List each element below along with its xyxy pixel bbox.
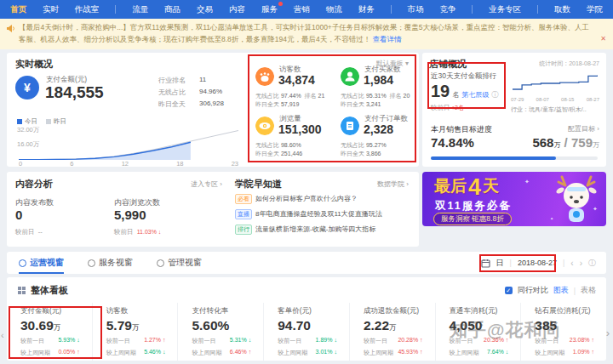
delta-value: 11.03% ↓	[137, 229, 162, 235]
order-icon	[341, 117, 359, 135]
academy-more-link[interactable]: 数据学院 ›	[377, 179, 409, 189]
board-card-ztc-cost[interactable]: 直通车消耗(元) 4,050 较前一日20.36% ↑ 较上周同期7.64% ↓	[435, 303, 521, 361]
academy-item[interactable]: 必看如何分析目标客户喜欢什么内容？	[235, 194, 358, 204]
overall-board-card: 整体看板 ✓ 同行对比 图表 | 表格 支付金额(元) 30.69万 较前一日5…	[7, 277, 606, 361]
nav-divider	[391, 5, 392, 14]
rank-label: 近30天支付金额排行	[431, 71, 496, 82]
academy-item-text: 8年电商直播操盘经验及双11大促直播玩法	[255, 209, 382, 219]
nav-item-fetchdata[interactable]: 取数	[554, 4, 570, 15]
service-icon	[88, 259, 95, 267]
divider: |	[574, 287, 576, 295]
academy-item[interactable]: 直播8年电商直播操盘经验及双11大促直播玩法	[235, 209, 382, 219]
nav-item-trade[interactable]: 交易	[197, 4, 213, 15]
nav-item-logistics[interactable]: 物流	[326, 4, 342, 15]
notice-close-icon[interactable]: ✕	[600, 33, 606, 45]
board-card-payment[interactable]: 支付金额(元) 30.69万 较前一日5.93% ↓ 较上周同期0.05% ↑	[7, 303, 92, 361]
divider: |	[563, 259, 564, 267]
metric-label: 成功退款金额(元)	[364, 306, 435, 316]
board-card-conversion[interactable]: 支付转化率 5.60% 较前一日5.31% ↓ 较上周同期6.46% ↑	[177, 303, 263, 361]
nav-item-market[interactable]: 市场	[407, 4, 423, 15]
board-card-diamond-cost[interactable]: 钻石展位消耗(元) 385 较前一日23.08% ↑ 较上周同期1.09% ↑	[520, 303, 606, 361]
info-icon[interactable]: ⓘ	[588, 258, 596, 269]
stat-label: 昨日全天	[158, 100, 199, 109]
industry-label: 行业：玩具/童车/益智/积木/..	[511, 105, 587, 114]
metric-label: 支付金额(元)	[20, 306, 92, 316]
nav-item-competition[interactable]: 竞争	[439, 4, 455, 15]
megaphone-icon	[6, 24, 15, 33]
tier-link[interactable]: 第七层级	[461, 90, 489, 100]
board-card-refund[interactable]: 成功退款金额(元) 2.22万 较前一日20.28% ↑ 较上周同期45.93%…	[349, 303, 435, 361]
academy-item-text: 流量纵横新增来源-收藏-加购等四大指标	[255, 225, 375, 234]
board-card-avg-order[interactable]: 客单价(元) 94.70 较前一日1.89% ↓ 较上周同期3.01% ↓	[263, 303, 349, 361]
academy-item-text: 如何分析目标客户喜欢什么内容？	[255, 194, 358, 203]
metric-value: 30.69	[20, 318, 54, 333]
notification-badge	[278, 2, 283, 6]
carousel-left-arrow[interactable]: ‹	[1, 330, 4, 340]
content-analysis-card: 内容分析 进入专区 › 内容发布数 0 较前日 -- 内容浏览次数 5,990 …	[7, 172, 419, 247]
prev-date-arrow[interactable]: ‹	[570, 259, 573, 268]
board-metrics-grid: 支付金额(元) 30.69万 较前一日5.93% ↓ 较上周同期0.05% ↑ …	[7, 303, 606, 361]
goal-percent: 74.84%	[431, 135, 474, 150]
carousel-right-arrow[interactable]: ›	[606, 327, 610, 339]
chart-view-link[interactable]: 图表	[553, 285, 569, 296]
info-icon[interactable]: ⓘ	[491, 90, 498, 100]
metric-value: 5.60%	[192, 318, 229, 333]
board-title: 整体看板	[31, 284, 68, 297]
goal-config-link[interactable]: 配置目标 ›	[568, 124, 599, 134]
nav-item-service[interactable]: 服务	[261, 4, 278, 15]
metric-value: 2.22	[364, 318, 389, 333]
nav-item-home[interactable]: 首页	[10, 4, 26, 15]
stat-label: 无线占比	[158, 88, 199, 97]
date-value[interactable]: 2018-08-27	[518, 259, 557, 267]
tab-service-view[interactable]: 服务视窗	[88, 252, 133, 274]
peer-compare-checkbox[interactable]: ✓	[505, 287, 513, 294]
eye-icon	[255, 117, 274, 135]
metric-value: 94.70	[278, 318, 311, 333]
tab-operations-view[interactable]: 运营视窗	[19, 252, 64, 274]
stat-value: 94.96%	[199, 88, 222, 97]
next-date-arrow[interactable]: ›	[580, 259, 582, 268]
metric-label: 直通车消耗(元)	[450, 306, 521, 316]
calendar-icon[interactable]	[481, 259, 490, 268]
nav-item-bizzone[interactable]: 业务专区	[489, 4, 521, 15]
nav-item-marketing[interactable]: 营销	[294, 4, 310, 15]
date-mode[interactable]: 日	[496, 258, 504, 269]
content-title: 内容分析	[15, 178, 53, 191]
board-card-visitors[interactable]: 访客数 5.79万 较前一日1.27% ↑ 较上周同期5.46% ↓	[92, 303, 178, 361]
table-view-link[interactable]: 表格	[581, 285, 596, 296]
management-icon	[157, 259, 164, 267]
metric-value: 4,050	[450, 318, 483, 333]
nav-item-service-label: 服务	[261, 4, 278, 14]
goal-progress-bar	[431, 156, 598, 160]
academy-item[interactable]: 排行流量纵横新增来源-收藏-加购等四大指标	[235, 225, 375, 235]
notice-bar: 【最后4天倒计时，商家抢购中...】官方双11效果预测，双11心愿清单放送工具，…	[0, 19, 613, 49]
view-tabbar: 运营视窗 服务视窗 管理视窗 日 | 2018-08-27 | ‹ › ⓘ	[7, 252, 606, 274]
nav-divider	[115, 5, 116, 14]
metric-value: 2,328	[364, 122, 393, 136]
deer-mascot	[550, 173, 603, 225]
notice-detail-link[interactable]: 查看详情	[373, 35, 402, 43]
metric-label: 支付转化率	[192, 306, 263, 316]
nav-item-academy[interactable]: 学院	[587, 4, 603, 15]
nav-item-warroom[interactable]: 作战室	[75, 4, 100, 15]
delta-value: --	[38, 228, 43, 236]
stat-time: 统计时间：2018-08-27	[539, 60, 599, 68]
nav-item-goods[interactable]: 商品	[164, 4, 180, 15]
nav-divider	[537, 5, 538, 14]
nav-item-realtime[interactable]: 实时	[43, 4, 59, 15]
enter-zone-link[interactable]: 进入专区 ›	[191, 179, 222, 189]
legend-yesterday: 昨日	[46, 117, 66, 126]
content-views-value: 5,990	[114, 208, 146, 222]
banner-offer-pill: 服务洞察 钜惠8.8折	[433, 213, 512, 225]
nav-item-content[interactable]: 内容	[229, 4, 245, 15]
realtime-area-chart	[19, 129, 238, 160]
nav-item-traffic[interactable]: 流量	[132, 4, 148, 15]
date-bar: 日 | 2018-08-27 | ‹ › ⓘ	[481, 258, 606, 269]
yen-icon: ¥	[15, 76, 39, 100]
board-icon	[17, 286, 26, 295]
promo-banner[interactable]: ✦ ✦ ✦ 最后4天 双11服务必备 服务洞察 钜惠8.8折	[422, 172, 606, 226]
nav-item-finance[interactable]: 财务	[358, 4, 375, 15]
realtime-overview-card: 实时概况 默认看板 ▾ ¥ 支付金额(元) 184,555 行业排名11 无线占…	[7, 53, 419, 167]
tab-management-view[interactable]: 管理视窗	[157, 252, 202, 274]
notice-text: 【最后4天倒计时，商家抢购中...】官方双11效果预测，双11心愿清单放送工具，…	[19, 23, 589, 43]
